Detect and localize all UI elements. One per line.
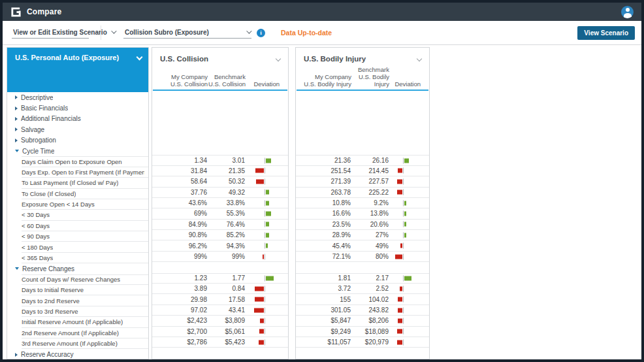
company-value: 69% bbox=[159, 210, 207, 217]
sidebar-item[interactable]: Days to 2nd Reserve bbox=[22, 295, 148, 306]
spacer-row bbox=[296, 134, 429, 144]
metric-value-row: 37.7649.32 bbox=[152, 188, 288, 198]
metric-value-row: $2,786$5,423 bbox=[152, 337, 288, 348]
deviation-cell bbox=[245, 284, 280, 293]
info-icon[interactable]: i bbox=[257, 29, 265, 37]
sidebar-item[interactable]: < 60 Days bbox=[22, 221, 148, 231]
benchmark-value: $5,061 bbox=[207, 328, 245, 335]
scenario-select[interactable]: View or Edit Existing Scenario bbox=[12, 27, 89, 39]
company-value: 155 bbox=[302, 296, 351, 303]
deviation-bar-negative bbox=[398, 297, 402, 302]
sidebar-item[interactable]: To Last Payment (If Closed w/ Pay) bbox=[22, 178, 148, 188]
metric-value-row: 3.722.52 bbox=[296, 284, 429, 294]
deviation-bar-positive bbox=[266, 233, 269, 237]
deviation-bar-positive bbox=[266, 211, 271, 216]
sidebar-item[interactable]: Count of Days w/ Reserve Changes bbox=[22, 274, 148, 285]
sidebar-item[interactable]: To Close (If Closed) bbox=[22, 189, 148, 199]
metric-value-row: 1.812.17 bbox=[296, 273, 429, 284]
deviation-cell bbox=[389, 305, 421, 315]
expand-triangle-icon[interactable] bbox=[15, 139, 18, 142]
sidebar-item[interactable]: < 90 Days bbox=[22, 231, 148, 242]
sidebar-item-label: Reserve Changes bbox=[22, 265, 74, 272]
sidebar-item[interactable]: 3rd Reserve Amount (If Applicable) bbox=[22, 338, 148, 349]
sidebar-item[interactable]: Exposure Open < 14 Days bbox=[22, 199, 148, 210]
sidebar-item-label: < 60 Days bbox=[22, 222, 50, 229]
sidebar-item-label: Days to 3rd Reserve bbox=[22, 308, 78, 315]
deviation-axis bbox=[265, 286, 265, 291]
content-area: U.S. Personal Auto (Exposure) Descriptiv… bbox=[3, 45, 641, 359]
sidebar-item[interactable]: Cycle Time bbox=[7, 146, 148, 156]
sidebar-item-label: To Close (If Closed) bbox=[22, 190, 76, 197]
sidebar-item[interactable]: Reserve Accuracy bbox=[7, 349, 148, 359]
deviation-axis bbox=[265, 275, 265, 281]
app-header: Compare bbox=[3, 3, 641, 21]
deviation-axis bbox=[265, 243, 265, 249]
deviation-bar-positive bbox=[404, 233, 406, 237]
metric-value-row: 43.6%33.8% bbox=[152, 198, 288, 208]
sidebar-item[interactable]: < 365 Days bbox=[22, 253, 148, 263]
deviation-bar-positive bbox=[266, 158, 271, 163]
spacer-row bbox=[152, 134, 288, 144]
sidebar-item[interactable]: Subrogation bbox=[7, 135, 148, 146]
sidebar-lob-select[interactable]: U.S. Personal Auto (Exposure) bbox=[7, 48, 148, 92]
view-scenario-button[interactable]: View Scenario bbox=[577, 26, 635, 40]
panel-title: U.S. Bodily Injury bbox=[304, 55, 366, 63]
sidebar-item[interactable]: Basic Financials bbox=[7, 103, 148, 113]
benchmark-value: 225.22 bbox=[351, 189, 389, 196]
sidebar-item[interactable]: < 30 Days bbox=[22, 210, 148, 220]
chevron-down-icon[interactable] bbox=[417, 56, 422, 61]
expand-triangle-icon[interactable] bbox=[15, 353, 18, 357]
sidebar-item[interactable]: Additional Financials bbox=[7, 114, 148, 124]
deviation-bar-negative bbox=[397, 340, 402, 344]
deviation-bar-positive bbox=[404, 222, 406, 227]
expand-triangle-icon[interactable] bbox=[15, 107, 18, 110]
sidebar-item[interactable]: Salvage bbox=[7, 124, 148, 135]
data-status-label: Data Up-to-date bbox=[281, 29, 332, 37]
metric-sidebar: U.S. Personal Auto (Exposure) Descriptiv… bbox=[7, 47, 149, 359]
sidebar-item[interactable]: Descriptive bbox=[7, 92, 148, 103]
expand-triangle-icon[interactable] bbox=[15, 117, 18, 121]
collapse-triangle-icon[interactable] bbox=[15, 267, 19, 270]
guidewire-logo-icon bbox=[10, 7, 22, 18]
chevron-down-icon[interactable] bbox=[276, 56, 281, 61]
benchmark-value: 243.82 bbox=[351, 306, 389, 314]
deviation-axis bbox=[265, 232, 265, 238]
sidebar-item[interactable]: < 180 Days bbox=[22, 242, 148, 252]
chevron-down-icon bbox=[111, 28, 116, 33]
deviation-cell bbox=[389, 208, 421, 218]
column-header-company: My Company U.S. Bodily Injury bbox=[303, 73, 351, 88]
panel-title: U.S. Collision bbox=[160, 55, 208, 63]
benchmark-value: 50.32 bbox=[207, 178, 245, 185]
sidebar-item[interactable]: Initial Reserve Amount (If Applicable) bbox=[22, 317, 148, 327]
sidebar-item[interactable]: Days Claim Open to Exposure Open bbox=[22, 156, 148, 167]
metric-value-row: $9,249$18,089 bbox=[296, 327, 429, 337]
benchmark-value: 104.02 bbox=[351, 296, 389, 303]
deviation-axis bbox=[265, 318, 265, 323]
comparison-select[interactable]: Collision Subro (Exposure) bbox=[123, 27, 251, 39]
deviation-axis bbox=[403, 200, 404, 206]
deviation-axis bbox=[403, 297, 404, 303]
collapse-triangle-icon[interactable] bbox=[15, 150, 19, 152]
expand-triangle-icon[interactable] bbox=[15, 95, 18, 99]
deviation-bar-positive bbox=[266, 276, 274, 280]
deviation-bar-positive bbox=[404, 276, 411, 280]
metric-value-row: 21.3626.16 bbox=[296, 155, 429, 165]
metric-value-row: 29.9817.58 bbox=[152, 294, 288, 304]
benchmark-value: 1.77 bbox=[207, 274, 245, 282]
sidebar-item[interactable]: Days Exp. Open to First Payment (If Paym… bbox=[22, 167, 148, 178]
sidebar-item[interactable]: Reserve Changes bbox=[7, 263, 148, 274]
sidebar-item[interactable]: Days to 3rd Reserve bbox=[22, 306, 148, 317]
comparison-panel-bodily-injury: U.S. Bodily Injury My Company U.S. Bodil… bbox=[295, 47, 430, 359]
sidebar-item[interactable]: 2nd Reserve Amount (If Applicable) bbox=[22, 328, 148, 338]
company-value: $9,249 bbox=[302, 328, 351, 335]
metric-value-row: 16.6%13.8% bbox=[296, 208, 429, 219]
deviation-cell bbox=[389, 240, 421, 250]
sidebar-item[interactable]: Days to Initial Reserve bbox=[22, 285, 148, 295]
expand-triangle-icon[interactable] bbox=[15, 127, 18, 131]
metric-value-row: 263.78225.22 bbox=[296, 188, 429, 198]
metric-value-row: 1.231.77 bbox=[152, 273, 288, 284]
user-avatar-icon[interactable] bbox=[621, 6, 634, 18]
sidebar-item-label: Reserve Accuracy bbox=[21, 351, 74, 358]
metric-value-row: 31.8421.35 bbox=[152, 166, 288, 176]
deviation-bar-positive bbox=[266, 222, 269, 227]
